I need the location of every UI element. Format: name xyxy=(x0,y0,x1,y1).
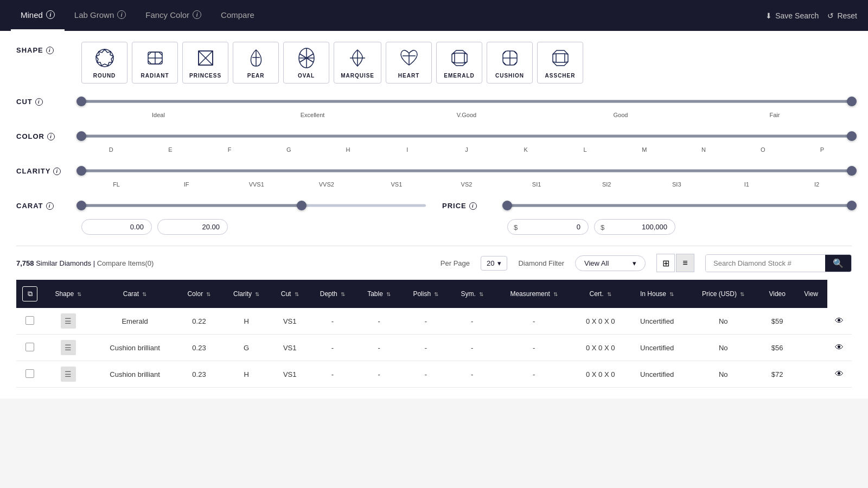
row-checkbox[interactable] xyxy=(25,316,34,325)
row-depth: - xyxy=(356,361,401,388)
th-inhouse[interactable]: In House ⇅ xyxy=(627,280,687,308)
clarity-thumb-max[interactable] xyxy=(847,166,857,176)
th-color[interactable]: Color ⇅ xyxy=(176,280,221,308)
carat-thumb-min[interactable] xyxy=(76,201,86,210)
color-k: K xyxy=(496,146,556,153)
price-max-wrapper: $ xyxy=(594,219,675,235)
search-stock-input[interactable] xyxy=(706,255,825,272)
row-cut: - xyxy=(309,335,356,361)
compare-items-label[interactable]: Compare Items(0) xyxy=(97,259,154,267)
cut-thumb-min[interactable] xyxy=(76,97,86,106)
row-measurement: 0 X 0 X 0 xyxy=(574,335,627,361)
table-row: ☰ Cushion brilliant 0.23 G VS1 - - - - -… xyxy=(16,335,852,361)
lab-grown-info-icon[interactable]: i xyxy=(117,10,126,19)
color-thumb-max[interactable] xyxy=(847,131,857,141)
shape-marquise[interactable]: MARQUISE xyxy=(334,42,381,84)
price-min-input[interactable] xyxy=(507,219,589,235)
carat-thumb-max[interactable] xyxy=(297,201,307,210)
price-max-input[interactable] xyxy=(594,219,675,235)
clarity-thumb-min[interactable] xyxy=(76,166,86,176)
per-page-select[interactable]: 20 ▾ xyxy=(481,256,507,271)
copy-all-button[interactable]: ⧉ xyxy=(22,286,37,301)
price-thumb-max[interactable] xyxy=(847,201,857,210)
shape-label: SHAPE i xyxy=(16,42,81,54)
view-eye-icon[interactable]: 👁 xyxy=(835,316,844,325)
cut-track-container[interactable] xyxy=(81,93,852,110)
color-info-icon[interactable]: i xyxy=(47,133,55,140)
row-checkbox[interactable] xyxy=(25,369,34,378)
carat-max-input[interactable] xyxy=(157,219,228,235)
th-sym[interactable]: Sym. ⇅ xyxy=(450,280,495,308)
svg-line-12 xyxy=(199,51,206,58)
tab-mined[interactable]: Mined i xyxy=(11,0,65,31)
view-eye-icon[interactable]: 👁 xyxy=(835,369,844,378)
row-view[interactable]: 👁 xyxy=(827,335,852,361)
color-filter-row: COLOR i D E F G H I J K L M N O xyxy=(16,128,852,153)
cut-info-icon[interactable]: i xyxy=(35,98,43,106)
th-carat[interactable]: Carat ⇅ xyxy=(93,280,176,308)
color-thumb-min[interactable] xyxy=(76,131,86,141)
th-price[interactable]: Price (USD) ⇅ xyxy=(687,280,760,308)
row-view[interactable]: 👁 xyxy=(827,361,852,388)
th-cut[interactable]: Cut ⇅ xyxy=(271,280,309,308)
grid-view-button[interactable]: ⊞ xyxy=(656,254,675,272)
fancy-color-info-icon[interactable]: i xyxy=(193,10,201,19)
clarity-track-container[interactable] xyxy=(81,163,852,179)
color-track-filled xyxy=(81,135,852,138)
row-checkbox[interactable] xyxy=(25,343,34,351)
shape-heart[interactable]: HEART xyxy=(386,42,432,84)
reset-button[interactable]: ↺ Reset xyxy=(827,11,857,20)
color-o: O xyxy=(733,146,793,153)
row-color: H xyxy=(222,361,271,388)
th-cert[interactable]: Cert. ⇅ xyxy=(574,280,627,308)
th-polish[interactable]: Polish ⇅ xyxy=(401,280,450,308)
tab-fancy-color[interactable]: Fancy Color i xyxy=(136,0,211,31)
carat-track-container[interactable] xyxy=(81,197,426,214)
carat-info-icon[interactable]: i xyxy=(46,202,54,210)
tab-compare[interactable]: Compare xyxy=(211,0,264,31)
shape-oval[interactable]: OVAL xyxy=(283,42,329,84)
view-all-select[interactable]: View All ▾ xyxy=(575,255,646,271)
tab-lab-grown[interactable]: Lab Grown i xyxy=(65,0,136,31)
th-measurement[interactable]: Measurement ⇅ xyxy=(494,280,574,308)
shape-cushion[interactable]: CUSHION xyxy=(487,42,533,84)
carat-min-input[interactable] xyxy=(81,219,152,235)
svg-rect-32 xyxy=(455,53,464,63)
diamond-filter-label: Diamond Filter xyxy=(518,259,564,267)
shape-emerald[interactable]: EMERALD xyxy=(436,42,482,84)
row-view[interactable]: 👁 xyxy=(827,308,852,335)
save-search-button[interactable]: ⬇ Save Search xyxy=(765,11,819,20)
cut-thumb-max[interactable] xyxy=(847,97,857,106)
clarity-info-icon[interactable]: i xyxy=(53,168,61,175)
list-view-button[interactable]: ≡ xyxy=(676,254,694,272)
svg-line-46 xyxy=(553,54,556,54)
carat-slider-area xyxy=(81,197,426,235)
th-clarity[interactable]: Clarity ⇅ xyxy=(222,280,271,308)
shape-pear[interactable]: PEAR xyxy=(233,42,279,84)
mined-info-icon[interactable]: i xyxy=(46,10,55,19)
price-max-prefix: $ xyxy=(601,223,604,231)
table-header: ⧉ Shape ⇅ Carat ⇅ Color ⇅ Clarity ⇅ Cut … xyxy=(16,280,852,308)
clarity-if: IF xyxy=(151,181,221,188)
price-track-container[interactable] xyxy=(507,197,852,214)
main-content: SHAPE i ROUND xyxy=(0,31,868,399)
shape-oval-label: OVAL xyxy=(298,73,315,79)
shape-round[interactable]: ROUND xyxy=(81,42,127,84)
th-depth[interactable]: Depth ⇅ xyxy=(309,280,356,308)
price-info-icon[interactable]: i xyxy=(469,202,477,210)
view-eye-icon[interactable]: 👁 xyxy=(835,343,844,352)
row-cut: - xyxy=(309,361,356,388)
th-table[interactable]: Table ⇅ xyxy=(356,280,401,308)
price-thumb-min[interactable] xyxy=(502,201,512,210)
color-track-container[interactable] xyxy=(81,128,852,144)
th-shape[interactable]: Shape ⇅ xyxy=(43,280,93,308)
shape-info-icon[interactable]: i xyxy=(46,47,54,54)
cut-seg-good: Good xyxy=(544,112,698,118)
shape-asscher[interactable]: ASSCHER xyxy=(537,42,583,84)
shape-radiant[interactable]: RADIANT xyxy=(132,42,178,84)
cut-slider-area: Ideal Excellent V.Good Good Fair xyxy=(81,93,852,118)
cut-seg-vgood: V.Good xyxy=(390,112,544,118)
shape-princess[interactable]: PRINCESS xyxy=(182,42,228,84)
clarity-i2: I2 xyxy=(782,181,852,188)
search-stock-button[interactable]: 🔍 xyxy=(825,255,851,272)
